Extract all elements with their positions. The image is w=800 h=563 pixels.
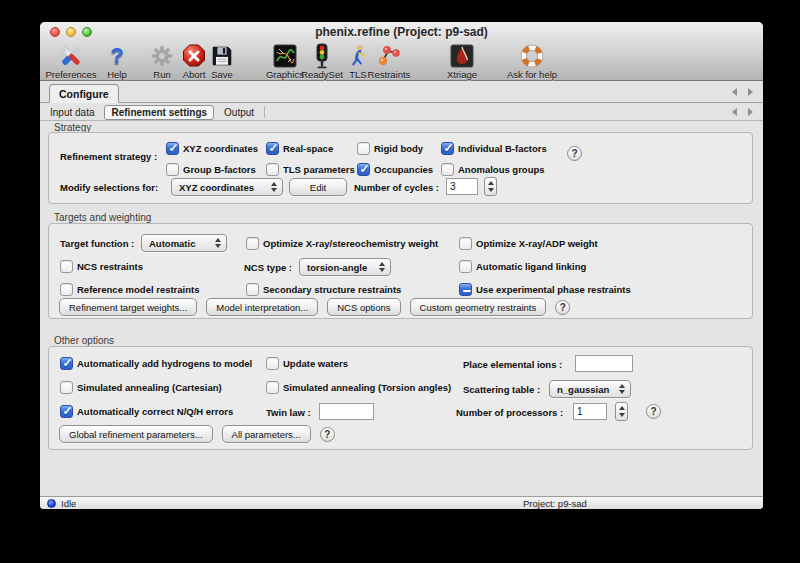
checkbox-optimize-xray-adp[interactable]: Optimize X-ray/ADP weight: [459, 236, 598, 251]
dropdown-arrows-icon: [376, 262, 390, 272]
number-of-processors-label: Number of processors :: [456, 407, 563, 418]
checkbox-automatic-ligand-linking[interactable]: Automatic ligand linking: [459, 259, 586, 274]
twin-law-field[interactable]: [319, 403, 374, 420]
status-text: Idle: [61, 498, 76, 509]
subtab-scroll-right-icon[interactable]: [748, 108, 753, 116]
toolbar-label: Restraints: [368, 69, 411, 80]
other-help-button[interactable]: ?: [320, 427, 335, 442]
main-tab-bar: Configure: [40, 81, 763, 103]
number-of-processors-field[interactable]: [573, 403, 607, 420]
save-icon: [209, 43, 235, 69]
title-bar: phenix.refine (Project: p9-sad): [40, 22, 763, 42]
tab-divider: [264, 106, 265, 118]
app-window: phenix.refine (Project: p9-sad) Preferen…: [40, 22, 763, 509]
minimize-button[interactable]: [66, 27, 76, 37]
checkbox-box: [246, 237, 259, 250]
toolbar: Preferences ? Help: [40, 42, 763, 81]
other-options-groupbox: Automatically add hydrogens to model Upd…: [48, 346, 753, 450]
toolbar-button-restraints[interactable]: Restraints: [352, 43, 426, 81]
refinement-strategy-label: Refinement strategy :: [60, 151, 157, 162]
checkbox-update-waters[interactable]: Update waters: [266, 356, 348, 371]
strategy-help-button[interactable]: ?: [567, 146, 582, 161]
ncs-type-label: NCS type :: [244, 262, 292, 273]
tab-scroll-left-icon[interactable]: [732, 88, 737, 96]
zoom-button[interactable]: [82, 27, 92, 37]
modify-selections-label: Modify selections for:: [60, 182, 158, 193]
dropdown-value: Automatic: [149, 238, 195, 249]
checkbox-add-hydrogens[interactable]: Automatically add hydrogens to model: [60, 356, 252, 371]
strategy-groupbox: Refinement strategy : XYZ coordinates Re…: [48, 132, 753, 204]
model-interpretation-button[interactable]: Model interpretation...: [206, 298, 318, 316]
close-button[interactable]: [50, 27, 60, 37]
checkbox-anomalous-groups[interactable]: Anomalous groups: [441, 162, 545, 177]
place-elemental-ions-field[interactable]: [575, 355, 633, 372]
refinement-settings-panel: Strategy Refinement strategy : XYZ coord…: [40, 121, 763, 496]
ncs-type-dropdown[interactable]: torsion-angle: [299, 258, 391, 276]
dropdown-arrows-icon: [616, 384, 630, 394]
tab-input-data[interactable]: Input data: [50, 107, 94, 118]
processors-stepper[interactable]: [615, 402, 628, 421]
checkbox-tls-parameters[interactable]: TLS parameters: [266, 162, 355, 177]
xtriage-icon: [449, 43, 475, 69]
checkbox-use-experimental-phase-restraints[interactable]: Use experimental phase restraints: [459, 282, 631, 297]
other-button-row: Global refinement parameters... All para…: [59, 425, 335, 443]
place-elemental-ions-label: Place elemental ions :: [463, 359, 562, 370]
checkbox-correct-nqh-errors[interactable]: Automatically correct N/Q/H errors: [60, 404, 233, 419]
checkbox-box: [246, 283, 259, 296]
target-function-label: Target function :: [60, 238, 134, 249]
processors-help-button[interactable]: ?: [646, 404, 661, 419]
checkbox-reference-model-restraints[interactable]: Reference model restraints: [60, 282, 200, 297]
checkbox-simulated-annealing-cartesian[interactable]: Simulated annealing (Cartesian): [60, 380, 222, 395]
checkbox-simulated-annealing-torsion[interactable]: Simulated annealing (Torsion angles): [266, 380, 451, 395]
checkbox-box: [166, 142, 179, 155]
checkbox-xyz-coordinates[interactable]: XYZ coordinates: [166, 141, 258, 156]
modify-selections-dropdown[interactable]: XYZ coordinates: [171, 178, 283, 196]
dropdown-value: torsion-angle: [307, 262, 367, 273]
global-refinement-parameters-button[interactable]: Global refinement parameters...: [59, 425, 213, 443]
checkbox-occupancies[interactable]: Occupancies: [357, 162, 433, 177]
checkbox-secondary-structure-restraints[interactable]: Secondary structure restraints: [246, 282, 401, 297]
lifebuoy-icon: [519, 43, 545, 69]
checkbox-individual-b-factors[interactable]: Individual B-factors: [441, 141, 547, 156]
checkbox-rigid-body[interactable]: Rigid body: [357, 141, 423, 156]
checkbox-box: [441, 142, 454, 155]
scattering-table-dropdown[interactable]: n_gaussian: [549, 380, 631, 398]
checkbox-group-b-factors[interactable]: Group B-factors: [166, 162, 256, 177]
refinement-target-weights-button[interactable]: Refinement target weights...: [59, 298, 197, 316]
edit-button[interactable]: Edit: [289, 178, 347, 196]
targets-groupbox: Target function : Automatic Optimize X-r…: [48, 223, 753, 319]
ncs-options-button[interactable]: NCS options: [327, 298, 400, 316]
checkbox-box: [60, 283, 73, 296]
toolbar-label: Save: [211, 69, 233, 80]
checkbox-box: [60, 405, 73, 418]
dropdown-arrows-icon: [212, 238, 226, 248]
tab-configure[interactable]: Configure: [49, 84, 119, 103]
other-options-group-title: Other options: [54, 335, 114, 346]
checkbox-box: [357, 163, 370, 176]
checkbox-box: [60, 381, 73, 394]
tab-output[interactable]: Output: [224, 107, 254, 118]
checkbox-box: [266, 357, 279, 370]
checkbox-box: [441, 163, 454, 176]
all-parameters-button[interactable]: All parameters...: [222, 425, 311, 443]
tab-refinement-settings[interactable]: Refinement settings: [104, 105, 214, 120]
custom-geometry-restraints-button[interactable]: Custom geometry restraints: [410, 298, 547, 316]
checkbox-box: [266, 163, 279, 176]
cycles-stepper[interactable]: [484, 177, 497, 196]
tab-scroll-right-icon[interactable]: [748, 88, 753, 96]
checkbox-optimize-xray-stereochemistry[interactable]: Optimize X-ray/stereochemistry weight: [246, 236, 438, 251]
status-bar: Idle Project: p9-sad: [40, 496, 763, 509]
tab-configure-label: Configure: [59, 88, 109, 100]
targets-help-button[interactable]: ?: [555, 300, 570, 315]
checkbox-real-space[interactable]: Real-space: [266, 141, 333, 156]
dropdown-arrows-icon: [268, 182, 282, 192]
toolbar-button-ask-for-help[interactable]: Ask for help: [495, 43, 569, 81]
targets-button-row: Refinement target weights... Model inter…: [59, 298, 570, 316]
targets-group-title: Targets and weighting: [54, 212, 151, 223]
target-function-dropdown[interactable]: Automatic: [141, 234, 227, 252]
checkbox-ncs-restraints[interactable]: NCS restraints: [60, 259, 143, 274]
number-of-cycles-field[interactable]: [446, 178, 478, 195]
subtab-scroll-left-icon[interactable]: [732, 108, 737, 116]
checkbox-box: [266, 381, 279, 394]
toolbar-button-xtriage[interactable]: Xtriage: [425, 43, 499, 81]
